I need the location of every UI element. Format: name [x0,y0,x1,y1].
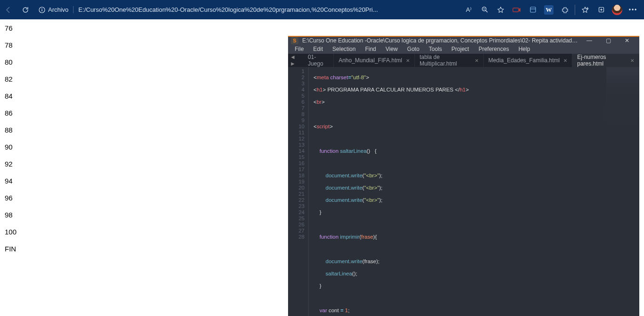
minimap[interactable] [606,67,639,124]
menu-help[interactable]: Help [515,44,534,54]
sublime-menubar: File Edit Selection Find View Goto Tools… [288,44,639,54]
avatar [612,5,622,15]
toolbar-right: A⁾ W ••• [461,0,644,19]
line-gutter: 1234567891011121314151617181920212223242… [288,67,309,316]
collections-button[interactable] [525,0,541,19]
close-icon[interactable]: ✕ [630,58,634,63]
address-label: Archivo [48,6,68,13]
screen-record-button[interactable] [509,0,525,19]
tab-tabla-multiplicar[interactable]: tabla de Multiplicar.html✕ [415,54,484,67]
svg-rect-7 [530,7,536,12]
address-url: E:/Curso%20One%20Education%20-Oracle/Cur… [78,6,438,13]
svg-rect-6 [513,8,519,12]
favorites-bar-button[interactable] [577,0,593,19]
zoom-out-button[interactable] [477,0,493,19]
sublime-title-text: E:\Curso One Education -Oracle\Curso log… [302,37,580,44]
tab-01-juego[interactable]: 01-Juego [303,54,334,67]
refresh-button[interactable] [17,0,34,19]
info-icon [39,7,45,13]
page-row: 76 [5,24,644,32]
tab-nav-arrows[interactable]: ◄ ► [288,54,303,67]
tab-media-edades[interactable]: Media_Edades_Familia.html✕ [484,54,572,67]
menu-find[interactable]: Find [361,44,380,54]
close-button[interactable]: ✕ [618,37,636,44]
editor-area: 1234567891011121314151617181920212223242… [288,67,639,316]
sublime-tabbar: ◄ ► 01-Juego Anho_Mundial_FIFA.html✕ tab… [288,54,639,67]
back-button[interactable] [0,0,17,19]
menu-goto[interactable]: Goto [404,44,423,54]
tab-ej-numeros-pares[interactable]: Ej-numeros pares.html✕ [572,54,639,67]
maximize-button[interactable]: ▢ [599,37,618,44]
extensions-button[interactable] [557,0,573,19]
close-icon[interactable]: ✕ [406,58,410,63]
favorite-button[interactable] [493,0,509,19]
sublime-logo-icon: S [291,37,298,44]
word-app-button[interactable]: W [541,0,557,19]
svg-rect-2 [41,9,42,11]
menu-view[interactable]: View [382,44,402,54]
close-icon[interactable]: ✕ [475,58,479,63]
collections-hub-button[interactable] [593,0,609,19]
toolbar-divider [575,5,575,15]
sublime-titlebar[interactable]: S E:\Curso One Education -Oracle\Curso l… [288,37,639,44]
svg-point-1 [41,8,42,9]
menu-file[interactable]: File [291,44,307,54]
read-aloud-button[interactable]: A⁾ [461,0,477,19]
menu-preferences[interactable]: Preferences [475,44,513,54]
tab-anho-mundial[interactable]: Anho_Mundial_FIFA.html✕ [334,54,415,67]
address-chip: Archivo [39,6,74,13]
menu-edit[interactable]: Edit [309,44,327,54]
menu-tools[interactable]: Tools [425,44,446,54]
more-button[interactable]: ••• [625,0,641,19]
menu-project[interactable]: Project [448,44,473,54]
profile-button[interactable] [609,0,625,19]
minimize-button[interactable]: — [580,37,599,44]
sublime-window: S E:\Curso One Education -Oracle\Curso l… [288,36,639,316]
menu-selection[interactable]: Selection [329,44,359,54]
address-bar[interactable]: Archivo E:/Curso%20One%20Education%20-Or… [36,3,441,17]
browser-toolbar: Archivo E:/Curso%20One%20Education%20-Or… [0,0,644,19]
code-editor[interactable]: <meta charset="utf-8"> <h1> PROGRAMA PAR… [309,67,639,316]
close-icon[interactable]: ✕ [563,58,567,63]
svg-line-4 [486,10,487,12]
